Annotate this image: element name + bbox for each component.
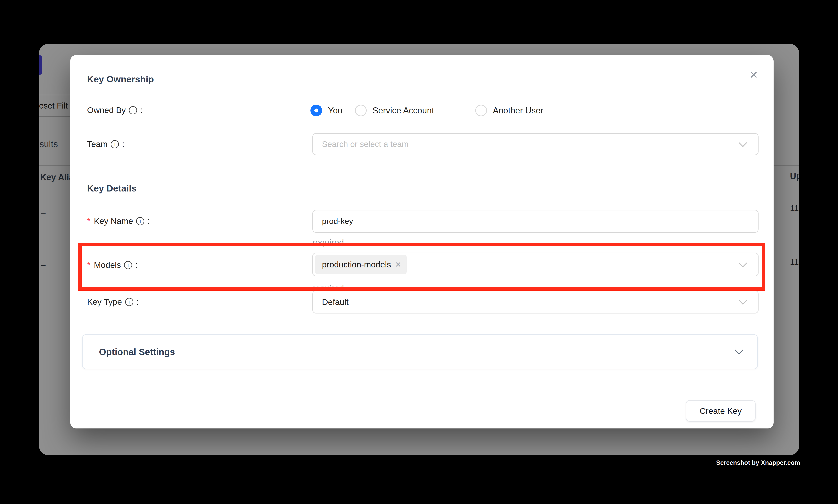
models-label: * Models i : <box>87 260 138 270</box>
radio-owned-by-service-account[interactable]: Service Account <box>355 105 434 116</box>
modal-title: Key Ownership <box>87 74 154 85</box>
key-name-input[interactable]: prod-key <box>313 210 759 233</box>
key-details-heading: Key Details <box>87 183 137 194</box>
info-icon[interactable]: i <box>124 261 132 269</box>
chevron-down-icon <box>739 296 747 305</box>
models-select[interactable]: production-models × <box>313 253 759 276</box>
key-type-label: Key Type i : <box>87 297 139 307</box>
watermark-text: Screenshot by Xnapper.com <box>716 459 800 466</box>
radio-unselected-icon <box>475 105 487 116</box>
info-icon[interactable]: i <box>136 217 144 225</box>
info-icon[interactable]: i <box>111 140 119 148</box>
screenshot-canvas: eset Filt sults Key Alia Up – 11/ – 11/ … <box>0 0 838 504</box>
key-name-label: * Key Name i : <box>87 216 150 226</box>
team-select-placeholder: Search or select a team <box>322 140 409 149</box>
key-name-validation-text: required <box>313 237 344 247</box>
radio-owned-by-you[interactable]: You <box>310 105 342 116</box>
key-name-value: prod-key <box>322 217 353 226</box>
key-type-select[interactable]: Default <box>313 290 759 313</box>
radio-unselected-icon <box>355 105 367 116</box>
chevron-down-icon <box>739 259 747 267</box>
chevron-down-icon <box>739 139 747 147</box>
optional-settings-panel[interactable]: Optional Settings <box>82 334 758 369</box>
required-asterisk: * <box>87 260 90 270</box>
create-key-button[interactable]: Create Key <box>686 400 755 421</box>
chevron-down-icon <box>734 346 743 355</box>
team-label: Team i : <box>87 139 124 149</box>
selected-model-tag: production-models × <box>315 255 407 274</box>
radio-owned-by-another-user[interactable]: Another User <box>475 105 543 116</box>
team-select[interactable]: Search or select a team <box>313 133 759 155</box>
model-tag-label: production-models <box>322 260 391 269</box>
info-icon[interactable]: i <box>129 106 137 114</box>
radio-selected-icon <box>310 105 322 116</box>
info-icon[interactable]: i <box>125 298 133 306</box>
owned-by-label: Owned By i : <box>87 105 143 115</box>
required-asterisk: * <box>87 216 90 226</box>
key-type-value: Default <box>322 297 349 307</box>
remove-tag-icon[interactable]: × <box>395 260 401 269</box>
create-key-modal: Key Ownership × Owned By i : You Service… <box>70 55 773 429</box>
optional-settings-title: Optional Settings <box>99 346 175 357</box>
close-icon[interactable]: × <box>744 65 763 84</box>
